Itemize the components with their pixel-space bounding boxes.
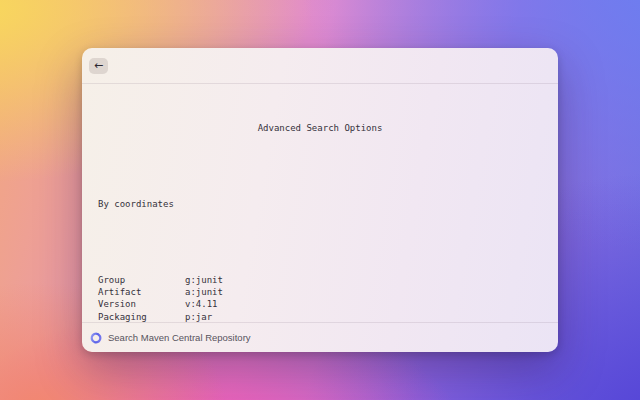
search-input[interactable] <box>108 332 548 343</box>
section-heading-coordinates: By coordinates <box>98 198 542 210</box>
row-label: Artifact <box>98 286 185 298</box>
row-value: a:junit <box>185 286 223 298</box>
search-app-window: ← Advanced Search Options By coordinates… <box>82 48 558 352</box>
page-title: Advanced Search Options <box>98 122 542 134</box>
table-row: Packagingp:jar <box>98 311 542 322</box>
table-row: Groupg:junit <box>98 274 542 286</box>
row-value: v:4.11 <box>185 298 218 310</box>
table-row: Artifacta:junit <box>98 286 542 298</box>
spinner-ring-icon <box>90 332 102 344</box>
search-bar[interactable] <box>82 322 558 352</box>
row-label: Packaging <box>98 311 185 322</box>
table-row: Versionv:4.11 <box>98 298 542 310</box>
row-value: g:junit <box>185 274 223 286</box>
window-titlebar: ← <box>82 48 558 84</box>
back-arrow-icon: ← <box>94 58 103 73</box>
back-button[interactable]: ← <box>89 58 108 74</box>
spacer <box>98 235 542 249</box>
coordinates-table: Groupg:junitArtifacta:junitVersionv:4.11… <box>98 274 542 322</box>
spacer <box>98 160 542 174</box>
desktop-background: ← Advanced Search Options By coordinates… <box>0 0 640 400</box>
row-label: Version <box>98 298 185 310</box>
help-content: Advanced Search Options By coordinates G… <box>82 84 558 322</box>
row-label: Group <box>98 274 185 286</box>
row-value: p:jar <box>185 311 212 322</box>
